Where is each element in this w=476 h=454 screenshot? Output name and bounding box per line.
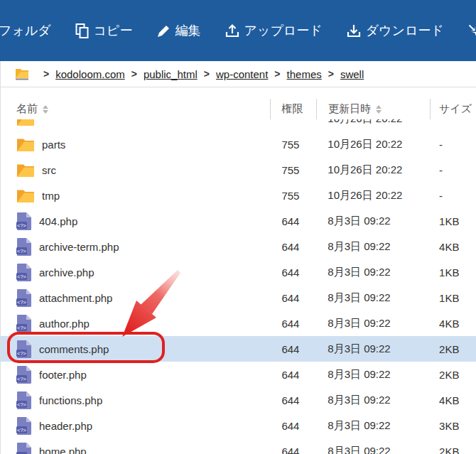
toolbar-item-folder[interactable]: フォルダ	[0, 22, 51, 39]
file-size: 2KB	[430, 369, 476, 381]
file-size: -	[430, 164, 476, 176]
file-pane: > kodoloom.com > public_html > wp-conten…	[0, 61, 476, 454]
breadcrumb-link-domain[interactable]: kodoloom.com	[55, 68, 125, 80]
file-permission: 644	[270, 369, 316, 381]
file-size: 1KB	[430, 292, 476, 304]
column-header-size: サイズ	[430, 99, 476, 119]
svg-text:<?>: <?>	[17, 299, 27, 306]
svg-text:<?>: <?>	[17, 222, 27, 229]
file-name: home.php	[39, 445, 87, 454]
file-size: 4KB	[430, 394, 476, 406]
file-permission: 644	[270, 420, 316, 432]
table-header: 名前 権限 更新日時 サイズ	[1, 99, 476, 119]
sort-icon	[376, 105, 382, 114]
php-file-icon: <?>	[16, 288, 32, 307]
file-date: 8月3日 09:22	[316, 368, 430, 382]
toolbar-label: 編集	[175, 22, 201, 39]
file-row[interactable]: <?> attachment.php 644 8月3日 09:22 1KB	[1, 285, 476, 310]
file-name: functions.php	[39, 394, 102, 406]
file-date: 8月3日 09:22	[316, 445, 430, 454]
file-size: 3KB	[430, 420, 476, 432]
breadcrumb: > kodoloom.com > public_html > wp-conten…	[1, 61, 476, 87]
copy-icon	[75, 23, 90, 39]
file-size: -	[430, 190, 476, 202]
file-permission: 644	[270, 292, 316, 304]
file-date: 8月3日 09:22	[316, 317, 430, 330]
file-list: <?> 10月26日 20:22 <?>	[1, 119, 476, 454]
file-permission: 644	[270, 445, 316, 454]
sort-icon	[43, 105, 48, 114]
file-name: attachment.php	[39, 292, 112, 304]
file-row[interactable]: <?> tmp 755 10月26日 20:22 -	[1, 183, 476, 208]
file-manager-window: フォルダ コピー 編集	[0, 0, 476, 454]
breadcrumb-link-public-html[interactable]: public_html	[144, 68, 198, 80]
file-row[interactable]: <?> parts 755 10月26日 20:22 -	[1, 131, 476, 157]
file-name: src	[42, 164, 56, 176]
file-permission: 644	[270, 266, 316, 279]
file-date: 10月26日 20:22	[316, 119, 430, 126]
file-row[interactable]: <?> comments.php 644 8月3日 09:22 2KB	[1, 336, 476, 362]
breadcrumb-separator: >	[131, 68, 137, 80]
file-permission: 644	[270, 241, 316, 253]
toolbar-item-upload[interactable]: アップロード	[225, 22, 323, 39]
file-date: 10月26日 20:22	[316, 189, 430, 202]
breadcrumb-folder-icon[interactable]	[15, 67, 30, 80]
toolbar-item-edit[interactable]: 編集	[156, 22, 201, 39]
file-size: 4KB	[430, 318, 476, 330]
file-date: 8月3日 09:22	[316, 394, 430, 407]
file-permission: 755	[270, 164, 316, 176]
file-row[interactable]: <?> archive-term.php 644 8月3日 09:22 4KB	[1, 234, 476, 259]
column-header-name[interactable]: 名前	[1, 99, 270, 119]
column-header-size-label: サイズ	[439, 102, 472, 116]
file-row[interactable]: <?> author.php 644 8月3日 09:22 4KB	[1, 310, 476, 336]
file-name: header.php	[39, 420, 92, 432]
file-name: parts	[42, 139, 65, 151]
file-size: 1KB	[430, 266, 476, 279]
file-row[interactable]: <?> 404.php 644 8月3日 09:22 1KB	[1, 208, 476, 234]
file-permission: 644	[270, 318, 316, 330]
file-size: 2KB	[430, 445, 476, 454]
folder-icon	[16, 163, 35, 178]
file-name: archive-term.php	[39, 241, 119, 253]
file-permission: 644	[270, 394, 316, 406]
toolbar-label: フォルダ	[0, 22, 51, 39]
file-row[interactable]: <?> src 755 10月26日 20:22 -	[1, 157, 476, 183]
file-row[interactable]: <?> home.php 644 8月3日 09:22 2KB	[1, 438, 476, 454]
file-name: tmp	[42, 190, 60, 202]
toolbar-item-compress[interactable]: 圧縮	[467, 22, 476, 39]
toolbar-item-copy[interactable]: コピー	[75, 22, 133, 39]
file-date: 8月3日 09:22	[316, 266, 430, 279]
file-date: 10月26日 20:22	[316, 138, 430, 151]
breadcrumb-link-wp-content[interactable]: wp-content	[216, 68, 268, 80]
breadcrumb-link-swell[interactable]: swell	[340, 68, 364, 80]
file-name: footer.php	[39, 369, 87, 381]
toolbar-label: ダウンロード	[366, 22, 444, 39]
folder-icon	[16, 137, 35, 152]
php-file-icon: <?>	[16, 365, 32, 384]
file-row[interactable]: <?> functions.php 644 8月3日 09:22 4KB	[1, 387, 476, 413]
toolbar-item-download[interactable]: ダウンロード	[346, 22, 444, 39]
toolbar: フォルダ コピー 編集	[0, 0, 476, 61]
column-header-date-label: 更新日時	[328, 102, 371, 116]
file-row[interactable]: <?> 10月26日 20:22	[1, 119, 476, 131]
file-size: 2KB	[430, 343, 476, 355]
file-row[interactable]: <?> archive.php 644 8月3日 09:22 1KB	[1, 259, 476, 285]
file-row[interactable]: <?> header.php 644 8月3日 09:22 3KB	[1, 413, 476, 438]
breadcrumb-link-themes[interactable]: themes	[287, 68, 322, 80]
file-size: -	[430, 139, 476, 151]
php-file-icon: <?>	[16, 391, 32, 409]
file-name: comments.php	[39, 343, 109, 355]
compress-icon	[467, 23, 476, 38]
svg-text:<?>: <?>	[17, 427, 27, 433]
php-file-icon: <?>	[16, 263, 32, 281]
folder-icon	[16, 119, 35, 126]
svg-text:<?>: <?>	[17, 401, 27, 408]
file-row[interactable]: <?> footer.php 644 8月3日 09:22 2KB	[1, 362, 476, 387]
file-date: 8月3日 09:22	[316, 240, 430, 254]
file-date: 8月3日 09:22	[316, 215, 430, 228]
breadcrumb-separator: >	[43, 68, 49, 80]
upload-icon	[225, 23, 240, 38]
column-header-perm-label: 権限	[281, 102, 303, 116]
php-file-icon: <?>	[16, 212, 32, 230]
column-header-modified[interactable]: 更新日時	[316, 99, 430, 119]
